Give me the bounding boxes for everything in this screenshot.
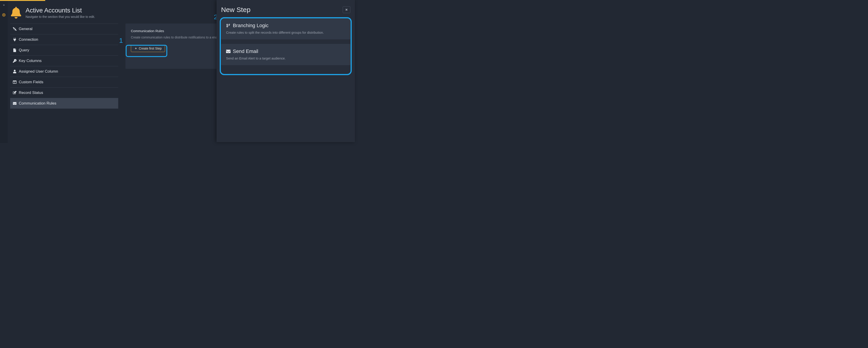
create-first-step-button[interactable]: ＋ Create first Step — [131, 45, 165, 52]
nav-item-communication-rules[interactable]: Communication Rules — [10, 98, 118, 109]
wrench-icon — [13, 27, 17, 31]
nav-item-label: Communication Rules — [19, 101, 56, 106]
user-icon — [13, 70, 17, 73]
nav-item-key-columns[interactable]: Key Columns — [10, 55, 118, 66]
nav-item-label: Connection — [19, 37, 38, 42]
plug-icon — [13, 38, 17, 41]
page-subtitle: Navigate to the section that you would l… — [26, 15, 95, 19]
nav-item-record-status[interactable]: Record Status — [10, 87, 118, 98]
nav-item-label: Custom Fields — [19, 80, 43, 84]
option-description: Create rules to split the records into d… — [226, 31, 345, 34]
envelope-icon — [226, 49, 230, 54]
option-title: Send Email — [233, 49, 258, 54]
add-button[interactable] — [0, 13, 8, 17]
annotation-number-1: 1 — [119, 37, 123, 45]
nav-item-label: General — [19, 27, 32, 31]
envelope-icon — [13, 102, 17, 105]
app-root: » Active Accounts List Navigate to the s… — [0, 0, 355, 142]
nav-item-custom-fields[interactable]: Custom Fields — [10, 77, 118, 87]
nav-item-assigned-user[interactable]: Assigned User Column — [10, 66, 118, 77]
nav-item-label: Record Status — [19, 90, 43, 95]
option-send-email[interactable]: Send Email Send an Email Alert to a targ… — [221, 44, 350, 65]
close-icon: ✖ — [345, 8, 348, 11]
plus-icon: ＋ — [134, 47, 137, 51]
modal-header: New Step ✖ — [217, 0, 355, 18]
branch-icon — [226, 23, 230, 28]
nav-item-connection[interactable]: Connection — [10, 34, 118, 45]
option-branching-logic[interactable]: Branching Logic Create rules to split th… — [221, 18, 350, 39]
modal-title: New Step — [221, 6, 250, 13]
key-icon — [13, 59, 17, 63]
option-title: Branching Logic — [233, 23, 269, 29]
columns-icon — [13, 80, 17, 84]
step-options: Branching Logic Create rules to split th… — [217, 18, 355, 70]
left-rail: » — [0, 1, 8, 143]
page-title: Active Accounts List — [26, 7, 95, 14]
edit-icon — [13, 91, 17, 94]
bell-icon — [10, 7, 22, 19]
create-button-label: Create first Step — [139, 47, 162, 50]
nav-item-query[interactable]: Query — [10, 45, 118, 55]
nav-item-label: Assigned User Column — [19, 69, 58, 74]
nav-item-general[interactable]: General — [10, 24, 118, 34]
file-icon — [13, 49, 17, 52]
nav-item-label: Query — [19, 48, 29, 53]
close-button[interactable]: ✖ — [343, 6, 350, 13]
section-nav: General Connection Query Key Columns Ass… — [10, 24, 118, 109]
option-description: Send an Email Alert to a target audience… — [226, 57, 345, 60]
new-step-modal: New Step ✖ Branching Logic Create rules … — [217, 0, 355, 142]
plus-circle-icon — [2, 13, 5, 17]
nav-item-label: Key Columns — [19, 59, 41, 63]
expand-rail-button[interactable]: » — [0, 3, 8, 6]
